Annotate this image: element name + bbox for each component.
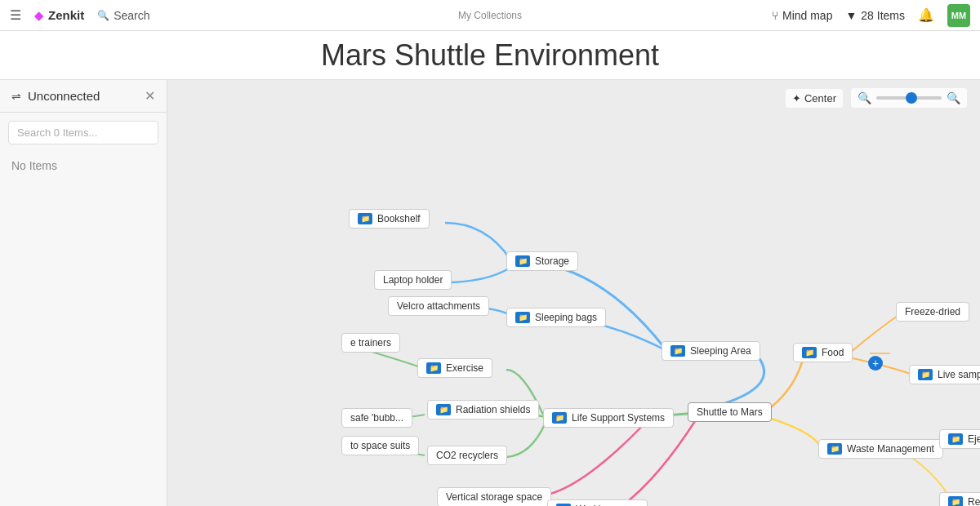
node-recycling[interactable]: 📁 Recycling [939, 492, 980, 506]
node-folder-icon: 📁 [918, 369, 933, 380]
title-bar: Mars Shuttle Environment [0, 31, 980, 80]
node-food[interactable]: 📁 Food [793, 343, 853, 362]
center-button[interactable]: ✦ Center [786, 89, 843, 108]
sidebar-title: Unconnected [28, 89, 100, 103]
center-icon: ✦ [792, 92, 801, 104]
node-bubb[interactable]: safe 'bubb... [341, 408, 412, 428]
zoom-controls: 🔍 🔍 [851, 88, 967, 108]
node-velcro[interactable]: Velcro attachments [388, 296, 489, 316]
node-sleeping-area[interactable]: 📁 Sleeping Area [662, 341, 760, 361]
center-label: Center [804, 92, 836, 104]
map-toolbar: ✦ Center 🔍 🔍 [786, 88, 967, 108]
node-folder-icon: 📁 [802, 347, 817, 358]
mindmap-button[interactable]: ⑂ Mind map [772, 9, 832, 22]
top-bar-left: ☰ ◆ Zenkit 🔍 Search [10, 7, 150, 23]
node-folder-icon: 📁 [552, 412, 567, 424]
node-folder-icon: 📁 [515, 255, 530, 267]
node-folder-icon: 📁 [515, 312, 530, 323]
sidebar-title-group: ⇌ Unconnected [11, 89, 100, 103]
node-sleeping-bags[interactable]: 📁 Sleeping bags [506, 308, 606, 327]
sidebar-header: ⇌ Unconnected ✕ [0, 80, 167, 113]
node-laptop-holder[interactable]: Laptop holder [374, 270, 452, 290]
brand-diamond-icon: ◆ [34, 9, 43, 22]
food-add-button[interactable]: + [868, 356, 883, 371]
node-co2[interactable]: CO2 recyclers [427, 446, 507, 465]
search-label: Search [114, 9, 149, 22]
node-live-samples[interactable]: 📁 Live samples [909, 365, 980, 384]
node-folder-icon: 📁 [670, 345, 685, 357]
node-working-areas[interactable]: 📁 Working areas [547, 499, 648, 506]
node-folder-icon: 📁 [436, 404, 451, 415]
node-shuttle-to-mars[interactable]: Shuttle to Mars [688, 402, 772, 422]
bell-icon[interactable]: 🔔 [918, 7, 934, 23]
zoom-slider[interactable] [876, 96, 942, 100]
items-button[interactable]: ▼ 28 Items [845, 9, 905, 22]
items-label: 28 Items [861, 9, 905, 22]
unconnected-icon: ⇌ [11, 90, 21, 103]
node-bookshelf[interactable]: 📁 Bookshelf [349, 209, 430, 229]
page-title: Mars Shuttle Environment [321, 38, 659, 73]
node-folder-icon: 📁 [827, 443, 842, 455]
node-waste-management[interactable]: 📁 Waste Management [818, 439, 943, 459]
node-folder-icon: 📁 [426, 362, 441, 374]
node-radiation-shields[interactable]: 📁 Radiation shields [427, 400, 539, 419]
mindmap-label: Mind map [782, 9, 832, 22]
filter-icon: ▼ [845, 9, 857, 22]
node-freeze-dried[interactable]: Freeze-dried [896, 302, 969, 322]
mindmap-icon: ⑂ [772, 9, 778, 22]
brand-name: Zenkit [48, 8, 84, 22]
node-trainers[interactable]: e trainers [341, 333, 400, 353]
brand: ◆ Zenkit [34, 8, 84, 22]
avatar[interactable]: MM [947, 4, 970, 27]
no-items-label: No Items [0, 153, 167, 179]
search-icon: 🔍 [97, 10, 109, 21]
map-area[interactable]: ✦ Center 🔍 🔍 [167, 80, 980, 506]
close-sidebar-button[interactable]: ✕ [145, 88, 155, 104]
zoom-thumb [906, 92, 917, 104]
node-folder-icon: 📁 [948, 433, 963, 445]
main-area: ⇌ Unconnected ✕ Search 0 Items... No Ite… [0, 80, 980, 506]
sidebar: ⇌ Unconnected ✕ Search 0 Items... No Ite… [0, 80, 167, 506]
node-ejection[interactable]: 📁 Ejection [939, 429, 980, 449]
collection-label: My Collections [458, 10, 522, 21]
node-vertical-storage[interactable]: Vertical storage space [437, 487, 551, 506]
hamburger-icon[interactable]: ☰ [10, 7, 21, 23]
top-bar-right: ⑂ Mind map ▼ 28 Items 🔔 MM [772, 4, 970, 27]
sidebar-search-input[interactable]: Search 0 Items... [8, 121, 158, 144]
node-storage[interactable]: 📁 Storage [506, 251, 578, 271]
node-life-support[interactable]: 📁 Life Support Systems [543, 408, 674, 428]
node-space-suits[interactable]: to space suits [341, 436, 419, 455]
zoom-out-icon[interactable]: 🔍 [858, 91, 871, 104]
node-exercise[interactable]: 📁 Exercise [417, 358, 492, 378]
node-folder-icon: 📁 [358, 213, 372, 224]
top-bar: ☰ ◆ Zenkit 🔍 Search My Collections ⑂ Min… [0, 0, 980, 31]
zoom-in-icon[interactable]: 🔍 [947, 91, 960, 104]
node-folder-icon: 📁 [948, 496, 963, 506]
search-button[interactable]: 🔍 Search [97, 9, 149, 22]
